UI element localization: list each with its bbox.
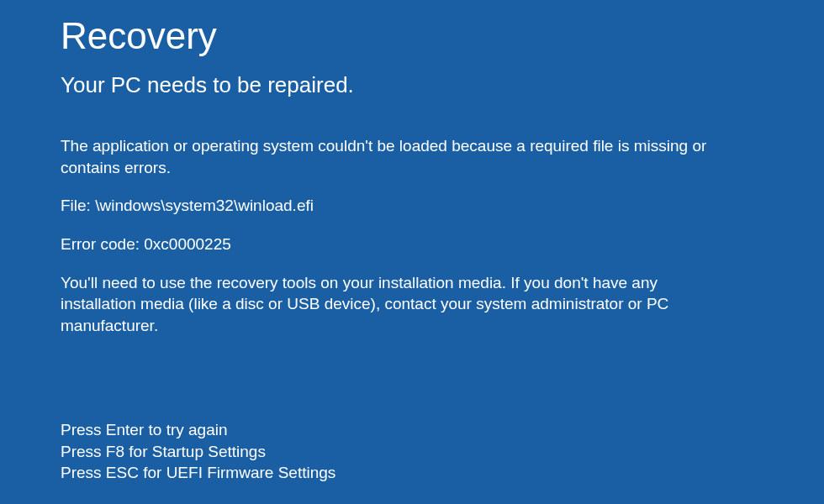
action-esc[interactable]: Press ESC for UEFI Firmware Settings <box>61 462 335 484</box>
action-f8[interactable]: Press F8 for Startup Settings <box>61 441 335 463</box>
error-file: File: \windows\system32\winload.efi <box>61 195 737 217</box>
recovery-screen: Recovery Your PC needs to be repaired. T… <box>0 0 824 504</box>
action-enter[interactable]: Press Enter to try again <box>61 419 335 441</box>
error-code: Error code: 0xc0000225 <box>61 234 737 255</box>
recovery-instructions: You'll need to use the recovery tools on… <box>61 272 737 337</box>
error-details: The application or operating system coul… <box>61 135 737 336</box>
page-subtitle: Your PC needs to be repaired. <box>61 72 824 98</box>
page-title: Recovery <box>61 15 824 57</box>
error-reason: The application or operating system coul… <box>61 135 737 178</box>
key-actions: Press Enter to try again Press F8 for St… <box>61 419 335 484</box>
